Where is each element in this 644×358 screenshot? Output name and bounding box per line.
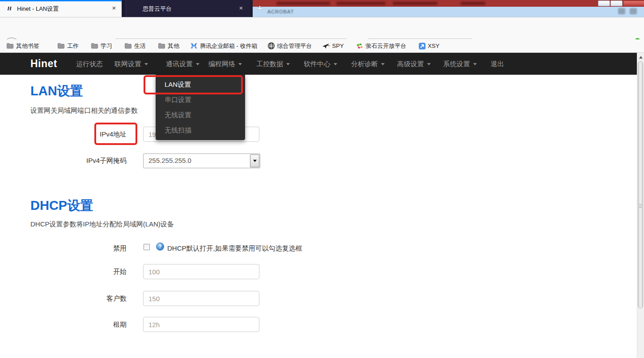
dhcp-limit-input[interactable] xyxy=(143,291,259,306)
blurred-title-text xyxy=(336,2,386,5)
nav-comm-settings[interactable]: 通讯设置 xyxy=(166,53,199,75)
folder-icon xyxy=(57,43,65,49)
bookmark-label: 其他书签 xyxy=(16,42,39,50)
folder-icon xyxy=(6,43,14,49)
nav-run-status[interactable]: 运行状态 xyxy=(76,53,103,75)
chevron-down-icon xyxy=(144,63,148,65)
close-tab-icon[interactable]: × xyxy=(110,4,118,12)
blurred-icon xyxy=(630,8,637,14)
selected-netmask: 255.255.255.0 xyxy=(148,157,191,164)
close-button[interactable] xyxy=(623,0,644,6)
ipv4-netmask-select[interactable]: 255.255.255.0 xyxy=(143,153,260,168)
bookmark-label: 学习 xyxy=(101,42,112,50)
bookmark-label: 腾讯企业邮箱 - 收件箱 xyxy=(200,42,258,50)
bookmark-xsy[interactable]: XSY xyxy=(419,43,440,50)
bookmark-folder-other-bookmarks[interactable]: 其他书签 xyxy=(6,42,39,50)
new-tab-button[interactable]: + xyxy=(254,2,266,15)
bookmarks-bar: 其他书签 工作 学习 生活 其他 腾讯企业邮箱 - 收件箱 综合管理平台 SPY… xyxy=(0,39,644,53)
nav-network-settings[interactable]: 联网设置 xyxy=(114,53,148,75)
bookmark-label: 生活 xyxy=(134,42,146,50)
help-icon: ? xyxy=(156,243,164,251)
scrollbar-thumb[interactable] xyxy=(638,61,643,308)
bookmark-label: XSY xyxy=(428,43,440,49)
chevron-down-icon xyxy=(473,63,477,65)
scrollbar-grip xyxy=(639,204,642,208)
blurred-icon xyxy=(618,8,625,14)
tab-active[interactable]: H Hinet - LAN设置 × xyxy=(0,0,122,17)
bookmark-folder-work[interactable]: 工作 xyxy=(57,42,79,50)
dropdown-item-wireless[interactable]: 无线设置 xyxy=(156,107,245,123)
nav-industrial-data[interactable]: 工控数据 xyxy=(256,53,290,75)
site-favicon: H xyxy=(5,4,13,13)
bookmark-folder-life[interactable]: 生活 xyxy=(124,42,146,50)
active-tab-stripe xyxy=(0,0,122,1)
minimize-button[interactable] xyxy=(598,0,610,6)
dhcp-limit-label: 客户数 xyxy=(30,294,127,303)
bookmark-tencent-mail[interactable]: 腾讯企业邮箱 - 收件箱 xyxy=(190,42,258,50)
bookmark-label: 综合管理平台 xyxy=(277,42,312,50)
folder-icon xyxy=(158,43,165,49)
chevron-down-icon xyxy=(253,160,257,162)
nav-system-settings[interactable]: 系统设置 xyxy=(443,53,477,75)
dhcp-disable-checkbox[interactable] xyxy=(144,244,150,250)
bookmark-label: 其他 xyxy=(168,42,179,50)
close-tab-icon[interactable]: × xyxy=(237,4,245,12)
tab-bar: ACROBAT H Hinet - LAN设置 × 思普云平台 × + xyxy=(0,0,644,17)
chevron-down-icon xyxy=(286,63,290,65)
nav-advanced-settings[interactable]: 高级设置 xyxy=(397,53,431,75)
chevron-down-icon xyxy=(196,63,199,65)
plane-icon xyxy=(322,43,330,49)
annotation-box-ipv4-label xyxy=(94,123,137,145)
nav-analysis-diagnosis[interactable]: 分析诊断 xyxy=(351,53,385,75)
bookmark-folder-misc[interactable]: 其他 xyxy=(158,42,179,50)
background-window: ACROBAT xyxy=(250,0,644,17)
scroll-up-arrow-icon[interactable] xyxy=(639,56,643,59)
site-navbar: Hinet 运行状态 联网设置 通讯设置 编程网络 工控数据 软件中心 分析诊断… xyxy=(0,53,637,75)
page-scrollbar[interactable] xyxy=(637,53,644,358)
ipv4-netmask-label: IPv4子网掩码 xyxy=(30,157,127,165)
bookmark-spy[interactable]: SPY xyxy=(322,43,344,49)
ezviz-icon xyxy=(356,43,364,50)
globe-icon xyxy=(267,42,275,50)
nav-logout[interactable]: 退出 xyxy=(491,53,504,75)
xsy-arrow-icon xyxy=(419,43,426,50)
tencent-mail-icon xyxy=(190,43,198,49)
folder-icon xyxy=(91,43,98,49)
chevron-down-icon xyxy=(381,63,385,65)
background-window-ribbon: ACROBAT xyxy=(250,7,644,17)
dhcp-leasetime-input[interactable] xyxy=(143,317,259,332)
blurred-title-text xyxy=(461,2,485,5)
nav-programming-network[interactable]: 编程网络 xyxy=(208,53,242,75)
chevron-down-icon xyxy=(427,63,431,65)
maximize-button[interactable] xyxy=(610,0,623,6)
background-window-titlebar xyxy=(250,0,644,7)
bookmark-ezviz[interactable]: 萤石云开放平台 xyxy=(356,42,407,50)
tab-inactive[interactable]: 思普云平台 × xyxy=(126,0,250,17)
bookmark-label: SPY xyxy=(332,43,344,49)
dhcp-disable-hint: DHCP默认打开,如果需要禁用可以勾选复选框 xyxy=(167,244,302,253)
firefox-tab-strip: H Hinet - LAN设置 × 思普云平台 × xyxy=(0,0,253,17)
select-dropdown-button[interactable] xyxy=(250,154,259,167)
lan-section-title: LAN设置 xyxy=(30,82,83,100)
browser-toolbar: 192.168.9.99/cgi-bin/luci/;stok=027414 xyxy=(0,17,644,39)
dropdown-item-wireless-scan[interactable]: 无线扫描 xyxy=(156,123,245,138)
blurred-title-text xyxy=(276,2,330,5)
lan-section-desc: 设置网关局域网端口相关的通信参数 xyxy=(30,107,138,115)
dhcp-disable-label: 禁用 xyxy=(30,244,127,253)
chevron-down-icon xyxy=(238,63,242,65)
ribbon-label: ACROBAT xyxy=(267,9,294,14)
bookmark-label: 萤石云开放平台 xyxy=(366,42,407,50)
annotation-box-lan-item xyxy=(144,75,243,94)
bookmark-mgmt-platform[interactable]: 综合管理平台 xyxy=(267,42,312,50)
folder-icon xyxy=(124,43,132,49)
nav-software-center[interactable]: 软件中心 xyxy=(304,53,337,75)
bookmark-folder-study[interactable]: 学习 xyxy=(91,42,112,50)
blurred-title-text xyxy=(393,2,437,5)
tab-title: Hinet - LAN设置 xyxy=(17,5,59,13)
dhcp-start-input[interactable] xyxy=(143,264,259,279)
site-logo[interactable]: Hinet xyxy=(30,58,57,70)
dhcp-section-desc: DHCP设置参数将IP地址分配给局域网(LAN)设备 xyxy=(30,220,174,229)
web-page: Hinet 运行状态 联网设置 通讯设置 编程网络 工控数据 软件中心 分析诊断… xyxy=(0,53,637,358)
bookmark-label: 工作 xyxy=(67,42,79,50)
dropdown-item-serial[interactable]: 串口设置 xyxy=(156,92,245,107)
